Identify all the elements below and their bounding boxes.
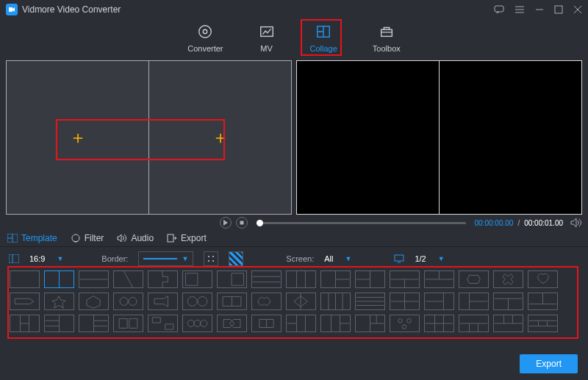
template-thumb[interactable] xyxy=(44,315,74,332)
template-thumb[interactable] xyxy=(424,270,454,288)
export-icon xyxy=(167,234,177,243)
template-thumb[interactable] xyxy=(79,293,109,310)
template-thumb[interactable] xyxy=(424,315,454,332)
chevron-down-icon[interactable]: ▼ xyxy=(345,255,352,262)
template-thumb[interactable] xyxy=(44,270,74,288)
template-thumb[interactable] xyxy=(320,315,351,332)
svg-rect-10 xyxy=(9,254,19,263)
filter-icon xyxy=(71,234,81,243)
border-pattern-button[interactable] xyxy=(229,251,243,266)
template-thumb[interactable] xyxy=(148,293,178,310)
template-thumb[interactable] xyxy=(390,270,420,288)
template-thumb[interactable] xyxy=(251,293,282,310)
template-thumb[interactable] xyxy=(217,270,247,288)
collage-slot-2[interactable]: ＋ xyxy=(149,61,291,214)
template-thumb[interactable] xyxy=(286,315,316,332)
preview-panel xyxy=(296,60,582,215)
play-button[interactable] xyxy=(220,217,232,229)
volume-icon[interactable] xyxy=(570,218,582,228)
svg-marker-35 xyxy=(87,296,100,309)
subtab-template[interactable]: Template xyxy=(7,233,57,243)
sub-tabs: Template Filter Audio Export xyxy=(0,230,588,247)
subtab-filter[interactable]: Filter xyxy=(71,233,104,243)
template-thumb[interactable] xyxy=(79,270,109,288)
template-row xyxy=(10,315,578,332)
template-thumb[interactable] xyxy=(459,270,489,288)
svg-point-72 xyxy=(194,320,201,326)
template-thumb[interactable] xyxy=(286,270,316,288)
close-button[interactable] xyxy=(573,5,582,14)
template-thumb[interactable] xyxy=(148,315,178,332)
border-style-select[interactable]: ▼ xyxy=(138,251,193,266)
template-thumb[interactable] xyxy=(182,315,212,332)
template-thumb[interactable] xyxy=(459,315,489,332)
template-thumb[interactable] xyxy=(10,315,40,332)
collage-canvas[interactable]: ＋ ＋ xyxy=(6,60,292,215)
template-thumb[interactable] xyxy=(390,315,420,332)
tab-collage-label: Collage xyxy=(310,44,337,53)
template-thumb[interactable] xyxy=(320,293,351,310)
svg-point-71 xyxy=(187,320,194,326)
template-thumb[interactable] xyxy=(320,270,351,288)
svg-point-87 xyxy=(402,325,406,329)
template-thumb[interactable] xyxy=(355,315,385,332)
svg-rect-68 xyxy=(129,319,137,329)
template-thumb[interactable] xyxy=(528,293,558,310)
maximize-button[interactable] xyxy=(554,5,563,14)
template-thumb[interactable] xyxy=(355,293,385,310)
progress-bar[interactable] xyxy=(257,222,466,224)
chevron-down-icon[interactable]: ▼ xyxy=(438,255,445,262)
template-row xyxy=(10,293,578,310)
border-color-button[interactable] xyxy=(204,251,218,266)
page-value[interactable]: 1/2 xyxy=(415,254,426,263)
svg-point-13 xyxy=(212,256,214,257)
screen-value[interactable]: All xyxy=(324,254,333,263)
template-thumb[interactable] xyxy=(113,315,143,332)
template-thumb[interactable] xyxy=(251,315,282,332)
template-thumb[interactable] xyxy=(286,293,316,310)
template-thumb[interactable] xyxy=(182,293,212,310)
template-thumb[interactable] xyxy=(182,270,212,288)
stop-button[interactable] xyxy=(236,217,248,229)
collage-slot-1[interactable]: ＋ xyxy=(7,61,149,214)
template-thumb[interactable] xyxy=(424,293,454,310)
svg-rect-0 xyxy=(495,6,503,12)
template-thumb[interactable] xyxy=(79,315,109,332)
menu-icon[interactable] xyxy=(514,5,525,14)
svg-rect-9 xyxy=(168,234,173,242)
progress-knob[interactable] xyxy=(257,220,263,226)
template-thumb[interactable] xyxy=(217,293,247,310)
monitor-icon xyxy=(394,254,404,263)
tab-mv[interactable]: MV xyxy=(259,24,275,53)
subtab-audio[interactable]: Audio xyxy=(117,233,154,243)
template-thumb[interactable] xyxy=(528,315,558,332)
template-thumb[interactable] xyxy=(113,270,143,288)
subtab-export[interactable]: Export xyxy=(167,233,207,243)
template-thumb[interactable] xyxy=(528,270,558,288)
template-thumb[interactable] xyxy=(148,270,178,288)
tab-collage[interactable]: Collage xyxy=(310,24,337,53)
tab-toolbox[interactable]: Toolbox xyxy=(373,24,401,53)
svg-point-39 xyxy=(198,297,207,306)
template-thumb[interactable] xyxy=(355,270,385,288)
template-thumb[interactable] xyxy=(10,293,40,310)
feedback-icon[interactable] xyxy=(494,5,504,14)
tab-converter[interactable]: Converter xyxy=(187,24,223,53)
template-thumb[interactable] xyxy=(390,293,420,310)
export-button[interactable]: Export xyxy=(520,354,578,373)
template-thumb[interactable] xyxy=(10,270,40,288)
template-thumb[interactable] xyxy=(113,293,143,310)
aspect-ratio-value[interactable]: 16:9 xyxy=(29,254,45,263)
player-bar: 00:00:00.00/00:00:01.00 xyxy=(0,215,588,229)
template-thumb[interactable] xyxy=(493,315,523,332)
add-media-icon: ＋ xyxy=(69,126,87,149)
template-thumb[interactable] xyxy=(44,293,74,310)
template-thumb[interactable] xyxy=(493,293,523,310)
template-thumb[interactable] xyxy=(459,293,489,310)
chevron-down-icon[interactable]: ▼ xyxy=(57,255,63,262)
minimize-button[interactable] xyxy=(535,5,544,14)
template-thumb[interactable] xyxy=(251,270,282,288)
template-thumb[interactable] xyxy=(217,315,247,332)
svg-rect-16 xyxy=(395,255,404,261)
template-thumb[interactable] xyxy=(493,270,523,288)
